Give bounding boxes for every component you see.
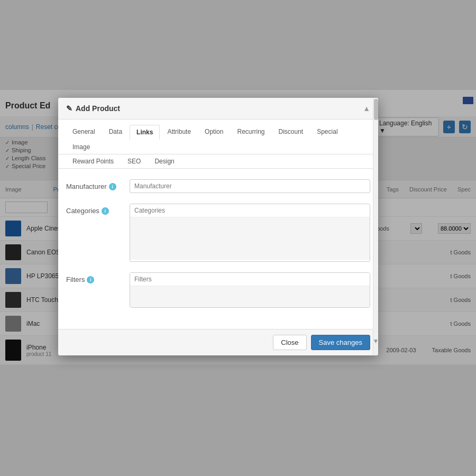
- filters-label: Filters i: [66, 272, 130, 283]
- pencil-icon: ✎: [66, 104, 72, 113]
- save-changes-button[interactable]: Save changes: [311, 335, 370, 350]
- modal-dialog: ▼ ✎ Add Product ▲ General Data Links Att…: [58, 98, 378, 355]
- tab-option[interactable]: Option: [198, 125, 230, 139]
- modal-footer: Close Save changes: [58, 329, 378, 355]
- categories-tags: [130, 217, 370, 260]
- categories-info-icon[interactable]: i: [102, 207, 109, 215]
- filters-input[interactable]: [130, 273, 370, 286]
- categories-label: Categories i: [66, 204, 130, 215]
- modal-body: Manufacturer i Categories i Filters i: [58, 169, 378, 329]
- modal-title: ✎ Add Product: [66, 104, 120, 113]
- categories-input[interactable]: [130, 204, 370, 217]
- modal-tabs: General Data Links Attribute Option Recu…: [58, 120, 378, 154]
- filters-info-icon[interactable]: i: [87, 276, 94, 283]
- tab-seo[interactable]: SEO: [121, 154, 147, 168]
- tab-reward-points[interactable]: Reward Points: [66, 154, 120, 168]
- manufacturer-field-group: Manufacturer i: [66, 179, 370, 193]
- scroll-down-icon: ▼: [373, 337, 378, 345]
- modal-scrollbar[interactable]: ▼: [373, 98, 378, 355]
- manufacturer-info-icon[interactable]: i: [109, 183, 116, 190]
- tab-links[interactable]: Links: [130, 125, 160, 140]
- tab-general[interactable]: General: [66, 125, 102, 139]
- scroll-up-icon: ▲: [363, 104, 370, 113]
- tab-attribute[interactable]: Attribute: [161, 125, 197, 139]
- filters-field-group: Filters i: [66, 272, 370, 308]
- scrollbar-thumb: [374, 99, 378, 120]
- categories-area: [130, 204, 370, 262]
- tab-discount[interactable]: Discount: [272, 125, 310, 139]
- tab-image[interactable]: Image: [66, 140, 96, 154]
- categories-field-group: Categories i: [66, 204, 370, 262]
- filters-tags: [130, 286, 370, 307]
- tab-design[interactable]: Design: [148, 154, 180, 168]
- manufacturer-input[interactable]: [130, 179, 370, 193]
- modal-tabs-row2: Reward Points SEO Design: [58, 154, 378, 169]
- close-button[interactable]: Close: [273, 335, 306, 350]
- tab-data[interactable]: Data: [103, 125, 129, 139]
- tab-special[interactable]: Special: [310, 125, 344, 139]
- manufacturer-label: Manufacturer i: [66, 179, 130, 190]
- tab-recurring[interactable]: Recurring: [231, 125, 271, 139]
- modal-header: ✎ Add Product ▲: [58, 98, 378, 120]
- filters-area: [130, 272, 370, 308]
